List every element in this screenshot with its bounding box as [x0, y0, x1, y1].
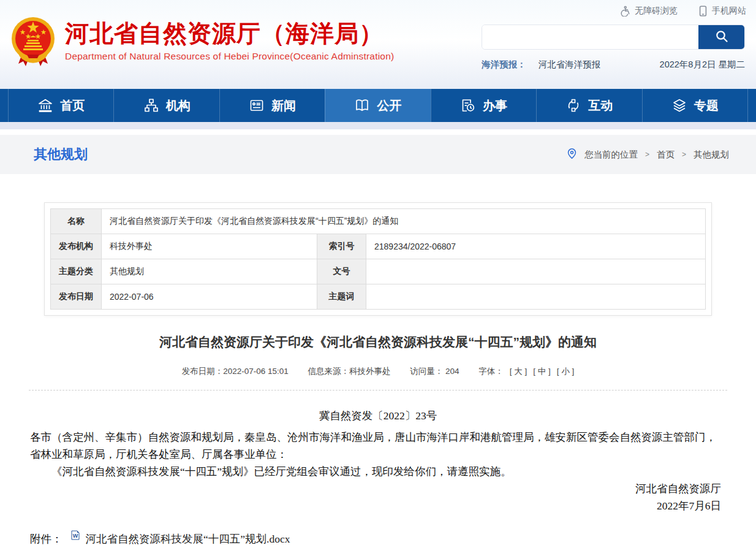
- keyword-label: 主题词: [317, 284, 366, 310]
- brand-text: 河北省自然资源厅（海洋局） Department of Natural Reso…: [65, 16, 394, 71]
- main-content: 名称 河北省自然资源厅关于印发《河北省自然资源科技发展“十四五”规划》的通知 发…: [0, 202, 756, 545]
- paragraph: 各市（含定州、辛集市）自然资源和规划局，秦皇岛、沧州市海洋和渔业局，唐山市海洋口…: [30, 429, 726, 463]
- newspaper-icon: [249, 97, 265, 113]
- forecast-label: 海洋预报：: [482, 59, 526, 71]
- nav-item-label: 公开: [377, 97, 401, 114]
- nav-substrip: [0, 122, 756, 129]
- brand: 河北省自然资源厅（海洋局） Department of Natural Reso…: [11, 16, 394, 71]
- nav-item-label: 专题: [694, 97, 719, 114]
- wheelchair-accessibility-icon: [619, 6, 630, 17]
- breadcrumb-band: 其他规划 您当前的位置 > 首页 > 其他规划: [0, 135, 756, 174]
- header-date: 2022年8月2日 星期二: [660, 59, 745, 71]
- org-chart-icon: [143, 97, 159, 113]
- sign-date: 2022年7月6日: [30, 497, 726, 514]
- org-label: 发布机构: [51, 234, 102, 259]
- svg-text:W: W: [72, 533, 78, 539]
- nav-item-label: 首页: [60, 97, 85, 114]
- main-nav: 首页 机构 新闻: [0, 89, 756, 122]
- publish-date: 发布日期：2022-07-06 15:01: [182, 367, 289, 376]
- org-value: 科技外事处: [102, 234, 317, 259]
- nav-item-label: 办事: [483, 97, 507, 114]
- attachment-link[interactable]: W 河北省自然资源科技发展“十四五”规划.docx: [71, 530, 290, 545]
- nav-item-label: 互动: [588, 97, 613, 114]
- location-label: 您当前的位置: [584, 149, 638, 161]
- attachment-row: 附件： W 河北省自然资源科技发展“十四五”规划.docx: [30, 530, 726, 545]
- mobile-site-label: 手机网站: [712, 6, 746, 17]
- table-row: 发布机构 科技外事处 索引号 2189234/2022-06807: [51, 234, 706, 259]
- china-national-emblem: [11, 16, 55, 71]
- site-title: 河北省自然资源厅（海洋局）: [65, 20, 394, 48]
- docnum-value: [366, 259, 706, 284]
- index-value: 2189234/2022-06807: [366, 234, 706, 259]
- accessibility-link[interactable]: 无障碍浏览: [619, 6, 678, 17]
- category-value: 其他规划: [102, 259, 317, 284]
- font-size-label: 字体：: [478, 367, 504, 376]
- crumb-home[interactable]: 首页: [657, 149, 675, 161]
- crumb-separator: >: [682, 150, 686, 159]
- accessibility-label: 无障碍浏览: [635, 6, 678, 17]
- nav-item-interact[interactable]: 互动: [536, 89, 641, 122]
- search-input[interactable]: [482, 25, 698, 49]
- date-label: 发布日期: [51, 284, 102, 310]
- docnum-label: 文号: [317, 259, 366, 284]
- nav-item-home[interactable]: 首页: [8, 89, 113, 122]
- nav-item-service[interactable]: 办事: [431, 89, 536, 122]
- table-row: 主题分类 其他规划 文号: [51, 259, 706, 284]
- search-zone: 海洋预报： 河北省海洋预报 2022年8月2日 星期二: [482, 25, 745, 71]
- breadcrumb: 您当前的位置 > 首页 > 其他规划: [567, 148, 729, 161]
- name-label: 名称: [51, 209, 102, 234]
- site-header: 无障碍浏览 手机网站: [0, 0, 756, 89]
- search-button[interactable]: [698, 25, 744, 49]
- table-row: 发布日期 2022-07-06 主题词: [51, 284, 706, 310]
- mobile-site-link[interactable]: 手机网站: [698, 6, 746, 17]
- word-document-icon: W: [71, 530, 86, 545]
- search-magnifier-icon: [714, 29, 729, 45]
- document-info-table: 名称 河北省自然资源厅关于印发《河北省自然资源科技发展“十四五”规划》的通知 发…: [50, 208, 706, 310]
- layers-icon: [671, 97, 687, 113]
- crumb-separator: >: [645, 150, 649, 159]
- date-value: 2022-07-06: [102, 284, 317, 310]
- location-pin-icon: [567, 148, 577, 161]
- keyword-value: [366, 284, 706, 310]
- nav-item-label: 机构: [166, 97, 191, 114]
- sync-arrows-icon: [565, 97, 581, 113]
- font-size-medium-button[interactable]: [ 中 ]: [533, 367, 551, 376]
- article-meta: 发布日期：2022-07-06 15:01 信息来源：科技外事处 访问量： 20…: [29, 366, 727, 377]
- open-book-icon: [354, 97, 370, 113]
- paragraph: 《河北省自然资源科技发展“十四五”规划》已经厅党组会审议通过，现印发给你们，请遵…: [30, 463, 726, 480]
- document-clock-icon: [460, 97, 476, 113]
- attachment-filename: 河北省自然资源科技发展“十四五”规划.docx: [86, 530, 290, 545]
- page-title: 其他规划: [34, 145, 88, 164]
- band-gap: [0, 129, 756, 135]
- nav-item-topics[interactable]: 专题: [642, 89, 748, 122]
- document-info-card: 名称 河北省自然资源厅关于印发《河北省自然资源科技发展“十四五”规划》的通知 发…: [44, 202, 712, 316]
- topbar: 无障碍浏览 手机网站: [619, 6, 746, 17]
- index-label: 索引号: [317, 234, 366, 259]
- name-value: 河北省自然资源厅关于印发《河北省自然资源科技发展“十四五”规划》的通知: [102, 209, 706, 234]
- font-size-small-button[interactable]: [ 小 ]: [557, 367, 575, 376]
- forecast-link[interactable]: 河北省海洋预报: [539, 59, 601, 71]
- table-row: 名称 河北省自然资源厅关于印发《河北省自然资源科技发展“十四五”规划》的通知: [51, 209, 706, 234]
- nav-item-label: 新闻: [271, 97, 296, 114]
- crumb-current[interactable]: 其他规划: [694, 149, 729, 161]
- document-number: 冀自然资发〔2022〕23号: [30, 407, 726, 424]
- government-building-icon: [37, 97, 53, 113]
- divider: [29, 390, 727, 391]
- visit-count: 访问量： 204: [410, 367, 459, 376]
- info-source: 信息来源：科技外事处: [308, 367, 391, 376]
- attachment-label: 附件：: [30, 530, 62, 545]
- nav-item-public[interactable]: 公开: [325, 89, 430, 122]
- mobile-phone-icon: [698, 6, 708, 17]
- nav-item-org[interactable]: 机构: [113, 89, 219, 122]
- article-title: 河北省自然资源厅关于印发《河北省自然资源科技发展“十四五”规划》的通知: [29, 333, 727, 351]
- font-size-large-button[interactable]: [ 大 ]: [510, 367, 527, 376]
- signer: 河北省自然资源厅: [30, 480, 726, 497]
- site-subtitle: Department of Natural Resources of Hebei…: [65, 51, 394, 62]
- nav-item-news[interactable]: 新闻: [219, 89, 325, 122]
- category-label: 主题分类: [51, 259, 102, 284]
- font-size-控制: 字体：[ 大 ][ 中 ][ 小 ]: [478, 367, 574, 376]
- article-body: 冀自然资发〔2022〕23号 各市（含定州、辛集市）自然资源和规划局，秦皇岛、沧…: [29, 407, 727, 545]
